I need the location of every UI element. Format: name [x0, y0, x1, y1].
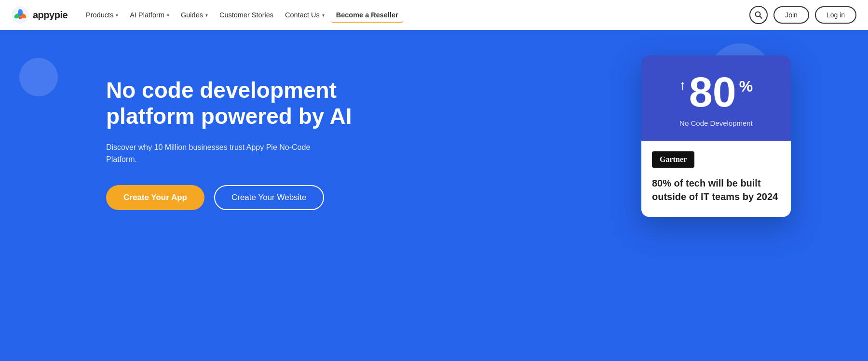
card-label: No Code Development [679, 119, 753, 127]
gartner-badge: Gartner [652, 151, 694, 168]
svg-line-6 [760, 16, 762, 19]
nav-become-reseller[interactable]: Become a Reseller [331, 7, 403, 23]
logo[interactable]: appypie [12, 6, 68, 24]
arrow-up-icon: ↑ [679, 78, 686, 93]
nav-products[interactable]: Products ▾ [81, 7, 123, 23]
card-bottom: Gartner 80% of tech will be built outsid… [641, 141, 791, 217]
logo-text: appypie [33, 10, 68, 21]
card-percent-row: ↑ 80 % [679, 71, 753, 113]
nav-contact-us[interactable]: Contact Us ▾ [280, 7, 329, 23]
hero-title: No code development platform powered by … [106, 77, 376, 130]
chevron-down-icon: ▾ [167, 13, 169, 18]
hero-content: No code development platform powered by … [106, 77, 376, 210]
join-button[interactable]: Join [773, 6, 809, 24]
hero-subtitle: Discover why 10 Million businesses trust… [106, 141, 318, 166]
create-website-button[interactable]: Create Your Website [214, 185, 324, 210]
navbar-left: appypie Products ▾ AI Platform ▾ Guides … [12, 6, 403, 24]
svg-point-4 [19, 16, 22, 19]
chevron-down-icon: ▾ [205, 13, 208, 18]
create-app-button[interactable]: Create Your App [106, 185, 204, 210]
nav-ai-platform[interactable]: AI Platform ▾ [125, 7, 174, 23]
chevron-down-icon: ▾ [116, 13, 118, 18]
login-button[interactable]: Log in [815, 6, 856, 24]
nav-guides[interactable]: Guides ▾ [176, 7, 213, 23]
decorative-circle-left [19, 58, 58, 96]
logo-icon [12, 6, 29, 24]
search-icon [755, 11, 762, 19]
card-stat-text: 80% of tech will be built outside of IT … [652, 176, 780, 203]
search-button[interactable] [749, 6, 768, 24]
card-percent-sign: % [739, 78, 753, 95]
nav-links: Products ▾ AI Platform ▾ Guides ▾ Custom… [81, 7, 403, 23]
navbar: appypie Products ▾ AI Platform ▾ Guides … [0, 0, 868, 30]
chevron-down-icon: ▾ [322, 13, 325, 18]
navbar-right: Join Log in [749, 6, 856, 24]
card-percent-number: 80 [689, 71, 736, 113]
stats-card: ↑ 80 % No Code Development Gartner 80% o… [641, 55, 791, 217]
card-top: ↑ 80 % No Code Development [641, 55, 791, 141]
svg-point-3 [18, 9, 23, 16]
nav-customer-stories[interactable]: Customer Stories [215, 7, 278, 23]
hero-buttons: Create Your App Create Your Website [106, 185, 376, 210]
hero-section: No code development platform powered by … [0, 0, 868, 361]
